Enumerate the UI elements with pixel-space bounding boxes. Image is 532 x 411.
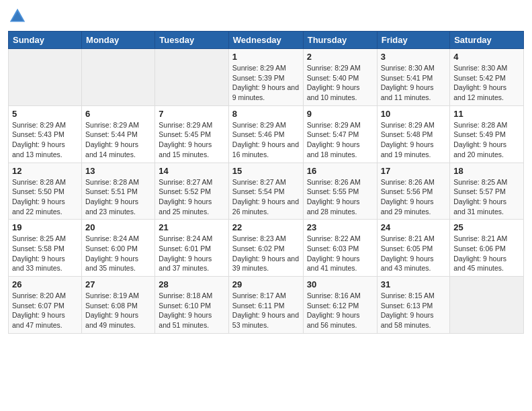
- day-number: 10: [381, 109, 447, 119]
- calendar-day-header: Thursday: [303, 32, 377, 49]
- calendar-header-row: SundayMondayTuesdayWednesdayThursdayFrid…: [9, 32, 524, 49]
- calendar-cell: 10Sunrise: 8:29 AM Sunset: 5:48 PM Dayli…: [377, 105, 450, 163]
- day-content: Sunrise: 8:29 AM Sunset: 5:40 PM Dayligh…: [307, 63, 373, 103]
- day-content: Sunrise: 8:29 AM Sunset: 5:47 PM Dayligh…: [307, 120, 373, 160]
- calendar-day-header: Wednesday: [228, 32, 303, 49]
- calendar-cell: 31Sunrise: 8:15 AM Sunset: 6:13 PM Dayli…: [377, 277, 450, 334]
- day-content: Sunrise: 8:24 AM Sunset: 6:01 PM Dayligh…: [159, 234, 224, 273]
- day-number: 16: [307, 166, 373, 176]
- calendar-cell: 1Sunrise: 8:29 AM Sunset: 5:39 PM Daylig…: [228, 49, 303, 106]
- logo: [8, 7, 30, 26]
- day-content: Sunrise: 8:26 AM Sunset: 5:56 PM Dayligh…: [381, 177, 447, 217]
- day-number: 14: [159, 166, 224, 176]
- day-number: 24: [381, 222, 447, 232]
- calendar-day-header: Saturday: [450, 32, 524, 49]
- day-number: 8: [232, 109, 300, 119]
- calendar-cell: 24Sunrise: 8:21 AM Sunset: 6:05 PM Dayli…: [377, 220, 450, 277]
- day-number: 13: [85, 166, 151, 176]
- day-number: 17: [381, 166, 447, 176]
- day-content: Sunrise: 8:28 AM Sunset: 5:51 PM Dayligh…: [85, 177, 151, 217]
- calendar-cell: 17Sunrise: 8:26 AM Sunset: 5:56 PM Dayli…: [377, 163, 450, 220]
- day-number: 3: [381, 52, 447, 62]
- logo-icon: [8, 7, 27, 26]
- day-content: Sunrise: 8:26 AM Sunset: 5:55 PM Dayligh…: [307, 177, 373, 217]
- day-number: 9: [307, 109, 373, 119]
- calendar-day-header: Tuesday: [155, 32, 228, 49]
- calendar-cell: 22Sunrise: 8:23 AM Sunset: 6:02 PM Dayli…: [228, 220, 303, 277]
- calendar-cell: [450, 277, 524, 334]
- day-content: Sunrise: 8:27 AM Sunset: 5:52 PM Dayligh…: [159, 177, 224, 217]
- day-number: 25: [453, 222, 520, 232]
- day-content: Sunrise: 8:23 AM Sunset: 6:02 PM Dayligh…: [232, 234, 300, 273]
- day-content: Sunrise: 8:29 AM Sunset: 5:45 PM Dayligh…: [159, 120, 224, 160]
- day-content: Sunrise: 8:24 AM Sunset: 6:00 PM Dayligh…: [85, 234, 151, 273]
- calendar-cell: 3Sunrise: 8:30 AM Sunset: 5:41 PM Daylig…: [377, 49, 450, 106]
- calendar-day-header: Friday: [377, 32, 450, 49]
- day-content: Sunrise: 8:29 AM Sunset: 5:46 PM Dayligh…: [232, 120, 300, 160]
- calendar-cell: 7Sunrise: 8:29 AM Sunset: 5:45 PM Daylig…: [155, 105, 228, 163]
- calendar-cell: 4Sunrise: 8:30 AM Sunset: 5:42 PM Daylig…: [450, 49, 524, 106]
- calendar-cell: 18Sunrise: 8:25 AM Sunset: 5:57 PM Dayli…: [450, 163, 524, 220]
- day-content: Sunrise: 8:30 AM Sunset: 5:42 PM Dayligh…: [453, 63, 520, 103]
- day-number: 28: [159, 279, 224, 289]
- calendar-cell: 13Sunrise: 8:28 AM Sunset: 5:51 PM Dayli…: [82, 163, 155, 220]
- day-number: 30: [307, 279, 373, 289]
- day-number: 12: [12, 166, 78, 176]
- day-content: Sunrise: 8:19 AM Sunset: 6:08 PM Dayligh…: [85, 291, 151, 330]
- calendar-week-row: 26Sunrise: 8:20 AM Sunset: 6:07 PM Dayli…: [9, 277, 524, 334]
- calendar-week-row: 5Sunrise: 8:29 AM Sunset: 5:43 PM Daylig…: [9, 105, 524, 163]
- day-content: Sunrise: 8:25 AM Sunset: 5:57 PM Dayligh…: [453, 177, 520, 217]
- day-number: 21: [159, 222, 224, 232]
- header: [8, 7, 524, 26]
- calendar-week-row: 1Sunrise: 8:29 AM Sunset: 5:39 PM Daylig…: [9, 49, 524, 106]
- calendar-cell: 14Sunrise: 8:27 AM Sunset: 5:52 PM Dayli…: [155, 163, 228, 220]
- day-content: Sunrise: 8:20 AM Sunset: 6:07 PM Dayligh…: [12, 291, 78, 330]
- calendar-cell: 9Sunrise: 8:29 AM Sunset: 5:47 PM Daylig…: [303, 105, 377, 163]
- day-content: Sunrise: 8:21 AM Sunset: 6:05 PM Dayligh…: [381, 234, 447, 273]
- calendar-cell: 8Sunrise: 8:29 AM Sunset: 5:46 PM Daylig…: [228, 105, 303, 163]
- day-number: 7: [159, 109, 224, 119]
- day-content: Sunrise: 8:29 AM Sunset: 5:43 PM Dayligh…: [12, 120, 78, 160]
- calendar-cell: 21Sunrise: 8:24 AM Sunset: 6:01 PM Dayli…: [155, 220, 228, 277]
- day-number: 1: [232, 52, 300, 62]
- calendar-day-header: Sunday: [9, 32, 82, 49]
- day-number: 4: [453, 52, 520, 62]
- calendar-cell: [9, 49, 82, 106]
- day-content: Sunrise: 8:28 AM Sunset: 5:49 PM Dayligh…: [453, 120, 520, 160]
- calendar-cell: 2Sunrise: 8:29 AM Sunset: 5:40 PM Daylig…: [303, 49, 377, 106]
- calendar-cell: [82, 49, 155, 106]
- calendar-cell: 30Sunrise: 8:16 AM Sunset: 6:12 PM Dayli…: [303, 277, 377, 334]
- calendar-cell: 15Sunrise: 8:27 AM Sunset: 5:54 PM Dayli…: [228, 163, 303, 220]
- calendar-cell: 25Sunrise: 8:21 AM Sunset: 6:06 PM Dayli…: [450, 220, 524, 277]
- day-number: 11: [453, 109, 520, 119]
- day-number: 31: [381, 279, 447, 289]
- calendar-cell: 27Sunrise: 8:19 AM Sunset: 6:08 PM Dayli…: [82, 277, 155, 334]
- calendar-cell: 6Sunrise: 8:29 AM Sunset: 5:44 PM Daylig…: [82, 105, 155, 163]
- day-number: 22: [232, 222, 300, 232]
- calendar-cell: 19Sunrise: 8:25 AM Sunset: 5:58 PM Dayli…: [9, 220, 82, 277]
- day-content: Sunrise: 8:18 AM Sunset: 6:10 PM Dayligh…: [159, 291, 224, 330]
- day-number: 23: [307, 222, 373, 232]
- day-content: Sunrise: 8:25 AM Sunset: 5:58 PM Dayligh…: [12, 234, 78, 273]
- calendar-cell: 26Sunrise: 8:20 AM Sunset: 6:07 PM Dayli…: [9, 277, 82, 334]
- calendar-cell: 16Sunrise: 8:26 AM Sunset: 5:55 PM Dayli…: [303, 163, 377, 220]
- calendar-cell: 5Sunrise: 8:29 AM Sunset: 5:43 PM Daylig…: [9, 105, 82, 163]
- day-content: Sunrise: 8:22 AM Sunset: 6:03 PM Dayligh…: [307, 234, 373, 273]
- calendar-cell: 23Sunrise: 8:22 AM Sunset: 6:03 PM Dayli…: [303, 220, 377, 277]
- day-number: 19: [12, 222, 78, 232]
- page-container: SundayMondayTuesdayWednesdayThursdayFrid…: [0, 0, 532, 340]
- day-number: 18: [453, 166, 520, 176]
- day-content: Sunrise: 8:28 AM Sunset: 5:50 PM Dayligh…: [12, 177, 78, 217]
- day-content: Sunrise: 8:16 AM Sunset: 6:12 PM Dayligh…: [307, 291, 373, 330]
- calendar-table: SundayMondayTuesdayWednesdayThursdayFrid…: [8, 31, 524, 334]
- day-content: Sunrise: 8:29 AM Sunset: 5:44 PM Dayligh…: [85, 120, 151, 160]
- day-content: Sunrise: 8:21 AM Sunset: 6:06 PM Dayligh…: [453, 234, 520, 273]
- day-content: Sunrise: 8:29 AM Sunset: 5:48 PM Dayligh…: [381, 120, 447, 160]
- day-number: 26: [12, 279, 78, 289]
- day-content: Sunrise: 8:30 AM Sunset: 5:41 PM Dayligh…: [381, 63, 447, 103]
- day-content: Sunrise: 8:17 AM Sunset: 6:11 PM Dayligh…: [232, 291, 300, 330]
- calendar-cell: 29Sunrise: 8:17 AM Sunset: 6:11 PM Dayli…: [228, 277, 303, 334]
- calendar-cell: 28Sunrise: 8:18 AM Sunset: 6:10 PM Dayli…: [155, 277, 228, 334]
- calendar-cell: 12Sunrise: 8:28 AM Sunset: 5:50 PM Dayli…: [9, 163, 82, 220]
- day-content: Sunrise: 8:29 AM Sunset: 5:39 PM Dayligh…: [232, 63, 300, 103]
